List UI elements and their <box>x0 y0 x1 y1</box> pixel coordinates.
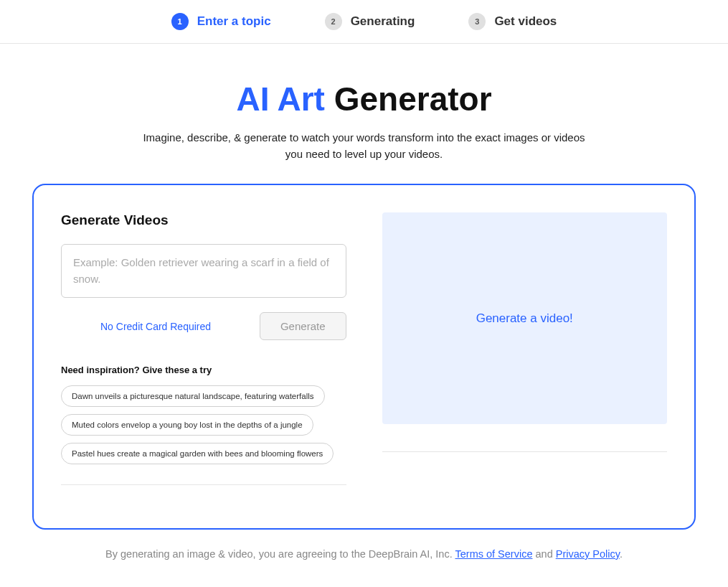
inspiration-chips: Dawn unveils a picturesque natural lands… <box>61 385 346 471</box>
footer-prefix: By generating an image & video, you are … <box>105 548 455 560</box>
preview-column: Generate a video! <box>382 212 668 485</box>
page-title: AI Art Generator <box>0 80 728 118</box>
inspiration-chip[interactable]: Muted colors envelop a young boy lost in… <box>61 414 313 436</box>
step-label-1: Enter a topic <box>197 14 271 29</box>
inspiration-chip[interactable]: Pastel hues create a magical garden with… <box>61 443 334 464</box>
step-num-1: 1 <box>171 13 189 30</box>
generate-button[interactable]: Generate <box>260 312 346 340</box>
title-accent: AI Art <box>236 80 325 118</box>
footer-suffix: . <box>620 548 623 560</box>
divider <box>61 484 346 485</box>
inspiration-chip[interactable]: Dawn unveils a picturesque natural lands… <box>61 385 325 407</box>
input-column: Generate Videos No Credit Card Required … <box>61 212 346 485</box>
step-num-3: 3 <box>468 13 486 30</box>
hero: AI Art Generator Imagine, describe, & ge… <box>0 80 728 162</box>
inspiration-title: Need inspiration? Give these a try <box>61 365 346 375</box>
divider <box>382 451 668 452</box>
step-2[interactable]: 2 Generating <box>325 13 415 30</box>
footer-mid: and <box>532 548 555 560</box>
main-panel: Generate Videos No Credit Card Required … <box>32 184 696 530</box>
step-3[interactable]: 3 Get videos <box>468 13 557 30</box>
terms-link[interactable]: Terms of Service <box>455 548 532 560</box>
footer-legal: By generating an image & video, you are … <box>0 548 728 560</box>
step-1[interactable]: 1 Enter a topic <box>171 13 271 30</box>
prompt-input[interactable] <box>61 244 346 298</box>
preview-text: Generate a video! <box>476 311 573 326</box>
no-credit-card-label: No Credit Card Required <box>100 321 211 332</box>
page-subtitle: Imagine, describe, & generate to watch y… <box>142 130 587 162</box>
title-rest: Generator <box>325 80 492 118</box>
actions-row: No Credit Card Required Generate <box>61 312 346 340</box>
section-title: Generate Videos <box>61 212 346 228</box>
step-num-2: 2 <box>325 13 342 30</box>
step-label-3: Get videos <box>494 14 557 29</box>
stepper: 1 Enter a topic 2 Generating 3 Get video… <box>0 0 728 44</box>
step-label-2: Generating <box>351 14 415 29</box>
privacy-link[interactable]: Privacy Policy <box>556 548 620 560</box>
preview-placeholder: Generate a video! <box>382 212 668 424</box>
